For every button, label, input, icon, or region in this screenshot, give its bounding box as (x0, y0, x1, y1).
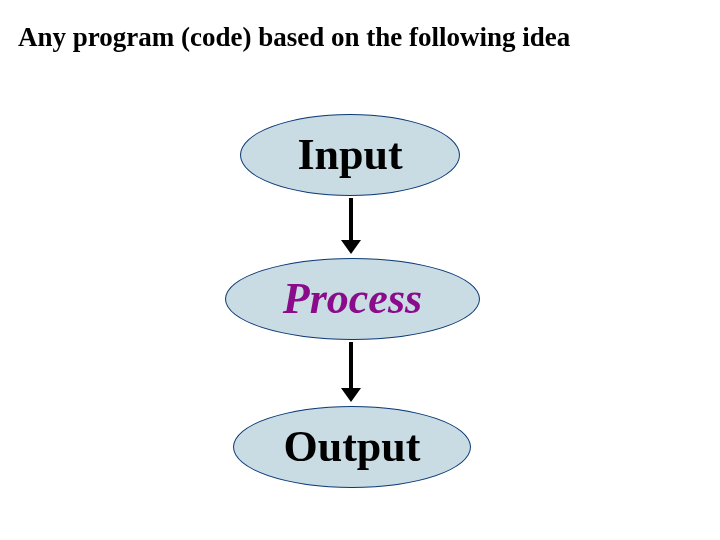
node-output-label: Output (284, 425, 421, 469)
node-process: Process (225, 258, 480, 340)
node-input-label: Input (297, 133, 402, 177)
page-title: Any program (code) based on the followin… (18, 22, 570, 53)
arrow-down-icon (349, 342, 353, 390)
node-process-label: Process (283, 277, 422, 321)
arrow-down-icon (349, 198, 353, 242)
node-input: Input (240, 114, 460, 196)
node-output: Output (233, 406, 471, 488)
